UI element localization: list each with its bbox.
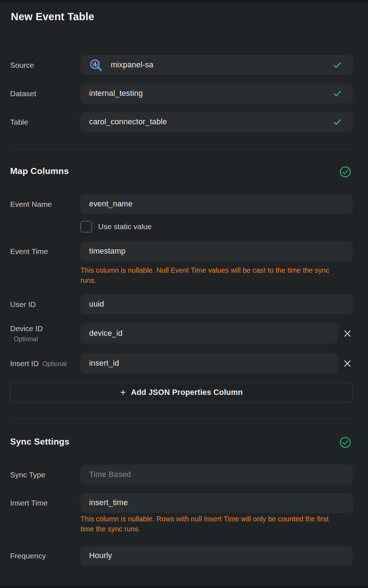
source-row: Source mixpanel-sa [0,55,353,75]
use-static-value-label: Use static value [98,222,152,231]
source-label: Source [10,61,34,69]
device-id-value: device_id [89,329,123,338]
table-row: Table carol_connector_table [0,112,353,132]
user-id-label: User ID [10,300,36,308]
frequency-select[interactable]: Hourly [80,546,353,566]
mixpanel-logo-icon [89,58,103,72]
sync-settings-heading: Sync Settings [10,437,70,447]
frequency-row: Frequency Hourly [0,546,353,566]
event-time-value: timestamp [89,247,126,256]
event-time-select[interactable]: timestamp [80,241,353,261]
insert-id-value: insert_id [89,359,119,368]
page-title: New Event Table [11,11,94,23]
plus-icon: + [120,388,126,397]
user-id-row: User ID uuid [0,294,353,314]
device-id-optional-tag: Optional [10,335,80,343]
dataset-value: internal_testing [89,89,143,98]
dataset-valid-check-icon [333,89,342,98]
insert-id-select[interactable]: insert_id [80,353,338,373]
sync-type-row: Sync Type Time Based [0,465,353,485]
dataset-row: Dataset internal_testing [0,84,353,103]
event-name-row: Event Name event_name [0,194,353,214]
top-edge-bar [0,0,368,3]
sync-type-select: Time Based [80,465,353,485]
source-valid-check-icon [333,61,342,70]
event-time-nullable-warning: This column is nullable. Null Event Time… [80,265,337,285]
dataset-label: Dataset [10,89,36,98]
insert-time-nullable-warning: This column is nullable. Rows with null … [80,514,337,534]
table-valid-check-icon [333,117,342,127]
table-value: carol_connector_table [89,117,167,126]
map-columns-heading: Map Columns [10,166,69,176]
source-value: mixpanel-sa [111,61,153,70]
device-id-clear-button[interactable] [342,328,353,339]
use-static-value-row: Use static value [80,220,152,232]
event-name-select[interactable]: event_name [80,194,353,214]
event-time-label: Event Time [10,247,48,255]
device-id-label: Device ID [10,324,80,333]
use-static-value-checkbox[interactable] [80,221,92,232]
insert-time-value: insert_time [89,498,128,507]
section-divider [10,419,358,419]
add-json-properties-column-button[interactable]: + Add JSON Properties Column [10,383,353,402]
add-json-properties-column-label: Add JSON Properties Column [131,388,243,397]
sync-type-label: Sync Type [10,471,45,479]
insert-time-label: Insert Time [10,499,48,507]
bottom-edge-bar [0,585,368,588]
event-name-value: event_name [89,200,132,209]
frequency-label: Frequency [10,552,46,560]
sync-settings-complete-icon [339,437,351,448]
insert-id-clear-button[interactable] [342,358,353,369]
dataset-select[interactable]: internal_testing [80,84,353,103]
insert-id-optional-tag: Optional [42,360,66,368]
event-name-label: Event Name [10,200,52,208]
section-divider [10,149,358,149]
user-id-value: uuid [89,300,104,309]
insert-time-select[interactable]: insert_time [80,493,353,513]
map-columns-complete-icon [339,166,351,178]
device-id-row: Device ID Optional device_id [0,324,353,343]
event-time-row: Event Time timestamp [0,241,353,261]
source-select[interactable]: mixpanel-sa [80,55,353,75]
user-id-select[interactable]: uuid [80,294,353,314]
table-select[interactable]: carol_connector_table [80,112,353,132]
insert-time-row: Insert Time insert_time [0,493,353,513]
insert-id-label: Insert ID [10,359,39,368]
frequency-value: Hourly [89,551,112,560]
insert-id-row: Insert ID Optional insert_id [0,353,353,373]
sync-type-value: Time Based [89,470,131,479]
table-label: Table [10,118,28,126]
device-id-select[interactable]: device_id [80,324,338,343]
